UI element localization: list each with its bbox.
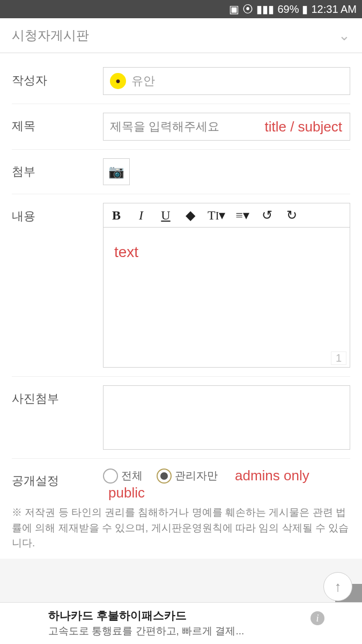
content-label: 내용 — [12, 203, 103, 224]
wifi-icon: ⦿ — [242, 3, 253, 16]
author-label: 작성자 — [12, 67, 103, 89]
page-count: 1 — [331, 352, 346, 365]
scroll-top-button[interactable]: ↑ — [323, 572, 352, 601]
ad-title: 하나카드 후불하이패스카드 — [48, 608, 314, 623]
legal-notice: 저작권 등 타인의 권리를 침해하거나 명예를 훼손하는 게시물은 관련 법률에… — [0, 497, 362, 559]
attach-camera-button[interactable]: 📷 — [103, 158, 130, 185]
chevron-down-icon: ⌄ — [338, 27, 350, 44]
admins-annotation: admins only — [235, 467, 309, 484]
photo-row: 사진첨부 — [12, 376, 350, 458]
editor-body[interactable]: text 1 — [104, 228, 350, 367]
radio-admins-label: 관리자만 — [175, 469, 218, 483]
editor-toolbar: B I U ◆ TI▾ ≡▾ ↺ ↻ — [104, 203, 350, 228]
author-name: 유안 — [131, 73, 155, 89]
page-title: 시청자게시판 — [12, 27, 89, 44]
rich-editor: B I U ◆ TI▾ ≡▾ ↺ ↻ text 1 — [103, 203, 350, 368]
ad-subtitle: 고속도로 통행료를 간편하고, 빠르게 결제... — [48, 624, 314, 638]
battery-icon: ▮ — [302, 3, 308, 16]
author-row: 작성자 유안 — [12, 58, 350, 104]
ad-banner[interactable]: 하나카드 후불하이패스카드 고속도로 통행료를 간편하고, 빠르게 결제... … — [0, 602, 362, 644]
radio-icon — [103, 469, 118, 484]
signal-icon: ▮▮▮ — [256, 3, 274, 16]
radio-admins[interactable]: 관리자만 — [157, 469, 218, 484]
public-annotation: public — [108, 485, 145, 501]
redo-button[interactable]: ↻ — [284, 208, 299, 223]
subject-input[interactable]: 제목을 입력해주세요 title / subject — [103, 113, 350, 141]
ad-info-icon[interactable]: i — [311, 611, 324, 625]
photo-attach-box[interactable] — [103, 385, 350, 450]
battery-saver-icon: ▣ — [229, 3, 239, 16]
bold-button[interactable]: B — [109, 208, 124, 223]
attach-row: 첨부 📷 — [12, 149, 350, 194]
author-field[interactable]: 유안 — [103, 67, 350, 95]
align-button[interactable]: ≡▾ — [235, 208, 250, 223]
content-annotation: text — [114, 244, 138, 260]
kakao-icon — [110, 73, 126, 89]
photo-label: 사진첨부 — [12, 385, 103, 407]
radio-public[interactable]: 전체 — [103, 469, 143, 484]
attach-label: 첨부 — [12, 158, 103, 180]
status-bar: ▣ ⦿ ▮▮▮ 69% ▮ 12:31 AM — [0, 0, 362, 18]
subject-placeholder: 제목을 입력해주세요 — [110, 119, 219, 135]
arrow-up-icon: ↑ — [335, 579, 342, 595]
subject-annotation: title / subject — [264, 119, 342, 135]
italic-button[interactable]: I — [134, 208, 149, 223]
visibility-row: 공개설정 전체 관리자만 admins only public — [12, 458, 350, 497]
post-form: 작성자 유안 제목 제목을 입력해주세요 title / subject 첨부 … — [0, 53, 362, 497]
radio-public-label: 전체 — [121, 469, 143, 483]
subject-label: 제목 — [12, 113, 103, 134]
subject-row: 제목 제목을 입력해주세요 title / subject — [12, 104, 350, 149]
undo-button[interactable]: ↺ — [260, 208, 275, 223]
underline-button[interactable]: U — [158, 208, 173, 223]
page-header[interactable]: 시청자게시판 ⌄ — [0, 18, 362, 53]
content-row: 내용 B I U ◆ TI▾ ≡▾ ↺ ↻ text 1 — [12, 194, 350, 376]
camera-icon: 📷 — [108, 164, 124, 179]
clock: 12:31 AM — [311, 3, 357, 16]
visibility-label: 공개설정 — [12, 467, 103, 489]
battery-pct: 69% — [277, 3, 299, 16]
visibility-radios: 전체 관리자만 admins only public — [103, 467, 350, 484]
radio-icon — [157, 469, 172, 484]
color-button[interactable]: ◆ — [183, 208, 198, 223]
fontsize-button[interactable]: TI▾ — [208, 208, 225, 223]
